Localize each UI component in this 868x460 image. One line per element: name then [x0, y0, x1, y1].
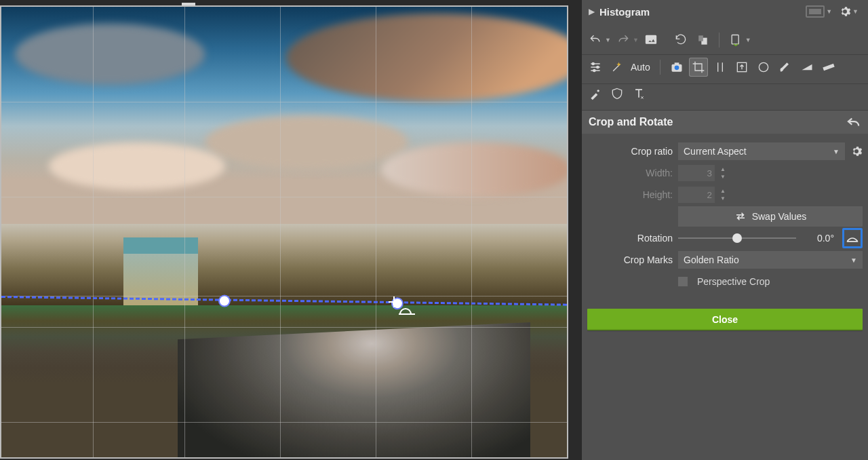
heal-brush-icon[interactable]: [586, 84, 605, 103]
perspective-crop-checkbox[interactable]: [678, 277, 688, 286]
gear-icon[interactable]: [839, 5, 851, 18]
image-water: [178, 322, 530, 459]
grid-line: [93, 7, 94, 457]
section-title: Crop and Rotate: [589, 116, 673, 128]
disclosure-triangle-icon[interactable]: ▶: [587, 7, 595, 16]
ruler-icon[interactable]: [819, 58, 838, 77]
rotation-label: Rotation: [587, 233, 673, 244]
undo-button[interactable]: [586, 31, 605, 50]
arrow-box-icon[interactable]: [732, 58, 751, 77]
gear-icon[interactable]: [850, 145, 863, 157]
histogram-title: Histogram: [599, 6, 650, 18]
height-input[interactable]: [678, 187, 715, 203]
canvas-area[interactable]: [0, 0, 570, 460]
camera-icon[interactable]: [667, 58, 686, 77]
section-header: Crop and Rotate: [582, 111, 868, 134]
grid-line: [184, 7, 185, 457]
crop-marks-select[interactable]: Golden Ratio ▼: [678, 251, 863, 269]
file-presets-icon[interactable]: [726, 31, 745, 50]
side-panel: ▶ Histogram ▼ ▼ ▼ ▼: [582, 0, 868, 460]
straighten-crosshair-icon: [389, 297, 399, 307]
redo-button[interactable]: [614, 31, 633, 50]
swap-values-label: Swap Values: [752, 211, 807, 222]
rotate-cw-icon[interactable]: [693, 31, 712, 50]
svg-point-5: [592, 62, 594, 64]
chevron-down-icon[interactable]: ▼: [852, 8, 859, 15]
crop-ratio-value: Current Aspect: [684, 146, 747, 157]
crop-ratio-select[interactable]: Current Aspect ▼: [678, 142, 845, 160]
height-label: Height:: [587, 189, 673, 200]
chevron-down-icon[interactable]: ▼: [826, 8, 832, 15]
histogram-header[interactable]: ▶ Histogram ▼ ▼: [582, 0, 868, 23]
straighten-v-icon[interactable]: [711, 58, 730, 77]
auto-label[interactable]: Auto: [631, 62, 650, 73]
width-input[interactable]: [678, 165, 715, 181]
image-sky: [1, 7, 567, 224]
svg-rect-3: [698, 35, 703, 41]
history-toolbar: ▼ ▼ ▼: [586, 28, 864, 52]
rotation-slider[interactable]: [678, 231, 796, 245]
grid-line: [1, 197, 567, 197]
brush-icon[interactable]: [776, 58, 795, 77]
grid-line: [1, 102, 567, 102]
svg-point-14: [597, 90, 599, 92]
svg-point-7: [593, 69, 595, 71]
shield-icon[interactable]: [608, 84, 627, 103]
photo-icon[interactable]: [642, 31, 660, 50]
grid-line: [1, 422, 567, 423]
text-icon[interactable]: [629, 84, 648, 103]
svg-rect-4: [732, 35, 738, 44]
image-canvas[interactable]: [0, 5, 568, 459]
revert-icon[interactable]: [846, 116, 861, 128]
image-buildings: [1, 224, 567, 305]
crop-handle-top[interactable]: [182, 3, 195, 5]
perspective-crop-label: Perspective Crop: [697, 276, 770, 287]
crop-tool-button[interactable]: [689, 58, 708, 77]
svg-point-12: [759, 62, 768, 71]
circle-icon[interactable]: [754, 58, 773, 77]
width-label: Width:: [587, 168, 673, 178]
gradient-icon[interactable]: [797, 58, 816, 77]
panel-divider[interactable]: [570, 0, 582, 460]
height-stepper[interactable]: ▲▼: [720, 187, 730, 203]
grid-line: [280, 7, 281, 457]
sliders-icon[interactable]: [586, 58, 605, 77]
svg-point-9: [674, 66, 679, 71]
close-button-label: Close: [712, 314, 738, 325]
magic-wand-icon[interactable]: [608, 58, 627, 77]
tool-selector: Auto: [582, 55, 868, 84]
close-button[interactable]: Close: [587, 309, 863, 330]
crop-ratio-label: Crop ratio: [587, 146, 673, 157]
rotate-ccw-icon[interactable]: [671, 31, 690, 50]
chevron-down-icon: ▼: [850, 256, 857, 264]
straighten-tool-button[interactable]: [842, 228, 863, 248]
crop-marks-label: Crop Marks: [587, 254, 673, 265]
grid-line: [471, 7, 472, 457]
crop-marks-value: Golden Ratio: [684, 254, 739, 265]
rotation-value: 0.0°: [802, 233, 834, 244]
histogram-display-icon[interactable]: [806, 5, 825, 18]
chevron-down-icon: ▼: [833, 148, 840, 155]
crop-rotate-form: Crop ratio Current Aspect ▼ Width: ▲▼ He…: [582, 134, 868, 298]
svg-rect-10: [674, 62, 679, 64]
tool-selector-row2: [582, 84, 868, 111]
width-stepper[interactable]: ▲▼: [720, 165, 730, 181]
svg-rect-13: [823, 64, 834, 71]
grid-line: [1, 327, 567, 328]
swap-values-button[interactable]: Swap Values: [678, 206, 863, 227]
svg-point-6: [597, 66, 599, 68]
grid-line: [376, 7, 376, 457]
